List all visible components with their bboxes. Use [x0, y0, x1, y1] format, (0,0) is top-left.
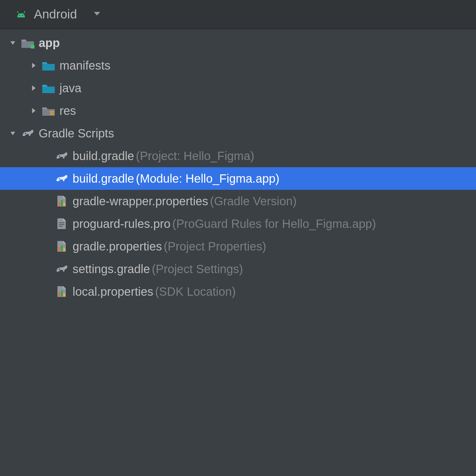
svg-point-20 [59, 269, 60, 270]
gradle-icon [55, 263, 68, 275]
svg-rect-12 [61, 200, 63, 206]
tree-label: settings.gradle [73, 262, 150, 276]
gradle-icon [55, 150, 68, 162]
module-icon [21, 37, 35, 49]
tree-hint: (ProGuard Rules for Hello_Figma.app) [172, 217, 376, 231]
props-icon [55, 285, 68, 298]
chevron-right-icon[interactable] [29, 61, 38, 70]
chevron-down-icon[interactable] [8, 38, 17, 47]
project-view-header[interactable]: Android [0, 0, 476, 29]
tree-label: java [60, 82, 81, 95]
tree-node-gradle-file[interactable]: gradle-wrapper.properties (Gradle Versio… [0, 190, 476, 212]
tree-label: app [39, 36, 60, 50]
tree-node-gradle-file[interactable]: gradle.properties (Project Properties) [0, 235, 476, 258]
tree-hint: (SDK Location) [155, 285, 236, 298]
svg-point-10 [59, 178, 60, 179]
tree-hint: (Module: Hello_Figma.app) [136, 172, 279, 185]
svg-point-3 [22, 15, 23, 16]
svg-rect-6 [50, 112, 54, 113]
gradle-icon [55, 172, 68, 185]
svg-rect-13 [63, 203, 65, 206]
tree-label: manifests [60, 59, 110, 72]
svg-line-1 [24, 11, 25, 13]
tree-label: build.gradle [73, 149, 134, 163]
svg-rect-7 [50, 114, 54, 115]
tree-node-manifests[interactable]: manifests [0, 54, 476, 77]
tree-label: local.properties [73, 285, 153, 298]
chevron-right-icon[interactable] [29, 84, 38, 93]
tree-node-java[interactable]: java [0, 77, 476, 99]
props-icon [55, 240, 68, 253]
svg-rect-11 [59, 202, 60, 206]
svg-rect-17 [59, 247, 60, 251]
svg-rect-22 [61, 290, 63, 296]
svg-rect-16 [59, 226, 62, 227]
tree-label: gradle-wrapper.properties [73, 195, 208, 208]
gradle-icon [21, 127, 35, 140]
svg-point-8 [25, 133, 26, 134]
project-tree: app manifests java [0, 29, 476, 303]
tree-node-gradle-file[interactable]: proguard-rules.pro (ProGuard Rules for H… [0, 212, 476, 235]
android-icon [15, 8, 27, 21]
svg-point-2 [19, 15, 20, 16]
chevron-down-icon[interactable] [93, 9, 101, 19]
folder-icon [42, 82, 55, 94]
tree-node-gradle-scripts[interactable]: Gradle Scripts [0, 122, 476, 145]
svg-point-9 [59, 156, 60, 157]
svg-line-0 [17, 11, 18, 13]
tree-node-res[interactable]: res [0, 99, 476, 122]
tree-node-gradle-file[interactable]: local.properties (SDK Location) [0, 280, 476, 303]
chevron-down-icon[interactable] [8, 129, 17, 138]
tree-label: gradle.properties [73, 240, 162, 253]
tree-node-app[interactable]: app [0, 32, 476, 54]
tree-hint: (Gradle Version) [210, 195, 297, 208]
project-view-label: Android [34, 7, 77, 21]
props-icon [55, 195, 68, 207]
tree-label: build.gradle [73, 172, 134, 185]
tree-hint: (Project: Hello_Figma) [136, 149, 254, 163]
tree-node-gradle-file[interactable]: build.gradle (Module: Hello_Figma.app) [0, 167, 476, 190]
tree-label: Gradle Scripts [39, 127, 114, 140]
tree-hint: (Project Settings) [152, 262, 243, 276]
svg-rect-23 [63, 293, 65, 296]
svg-rect-21 [59, 292, 60, 296]
tree-label: proguard-rules.pro [73, 217, 170, 231]
text-icon [55, 217, 68, 230]
svg-rect-5 [50, 111, 54, 112]
tree-label: res [60, 104, 76, 118]
chevron-right-icon[interactable] [29, 106, 38, 115]
svg-rect-19 [63, 248, 65, 251]
tree-node-gradle-file[interactable]: build.gradle (Project: Hello_Figma) [0, 145, 476, 167]
svg-rect-18 [61, 245, 63, 251]
tree-node-gradle-file[interactable]: settings.gradle (Project Settings) [0, 258, 476, 280]
tree-hint: (Project Properties) [164, 240, 266, 253]
folder-icon [42, 59, 55, 72]
resources-folder-icon [42, 104, 55, 117]
svg-rect-15 [59, 224, 64, 225]
svg-rect-14 [59, 222, 64, 223]
